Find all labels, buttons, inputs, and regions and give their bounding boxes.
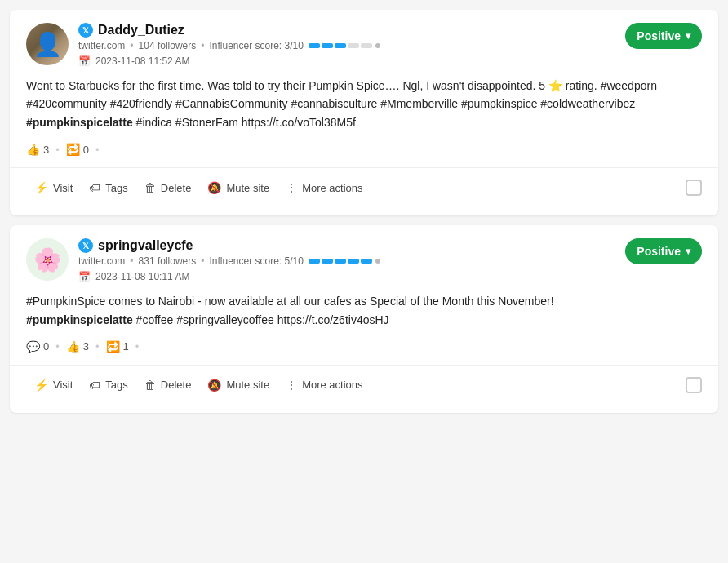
platform-label-1: twitter.com — [78, 40, 125, 51]
profile-info-2: springvalleycfe twitter.com • 831 follow… — [78, 238, 380, 282]
profile-name-row-1: Daddy_Dutiez — [78, 23, 380, 38]
avatar-1 — [26, 23, 69, 65]
more-actions-button-1[interactable]: ⋮ More actions — [277, 176, 371, 199]
comments-count-2: 0 — [43, 340, 49, 352]
more-icon-1: ⋮ — [286, 181, 297, 194]
action-bar-1: ⚡ Visit 🏷 Tags 🗑 Delete 🔕 Mute site ⋮ Mo… — [10, 167, 718, 202]
likes-count-1: 3 — [43, 144, 49, 156]
stat-sep-2: • — [95, 144, 100, 156]
dot-2: • — [201, 40, 204, 51]
visit-icon-2: ⚡ — [34, 379, 48, 392]
mute-icon-1: 🔕 — [207, 181, 221, 194]
more-actions-label-2: More actions — [302, 379, 362, 391]
likes-count-2: 3 — [83, 340, 89, 352]
platform-label-2: twitter.com — [78, 255, 125, 267]
star-icon-1: ⭐ — [548, 79, 562, 92]
profile-meta-2: twitter.com • 831 followers • Influencer… — [78, 255, 380, 267]
tags-button-2[interactable]: 🏷 Tags — [81, 374, 135, 397]
profile-left-2: 🌸 springvalleycfe twitter.com • 831 foll… — [26, 238, 380, 282]
score-seg-2-1 — [309, 259, 320, 264]
bold-hashtag-1: #pumpkinspicelatte — [26, 116, 133, 129]
stat-sep-3: • — [55, 340, 60, 352]
dot-4: • — [201, 255, 204, 267]
followers-2: 831 followers — [139, 255, 197, 267]
stat-sep-5: • — [135, 340, 140, 352]
post-content-1: Went to Starbucks for the first time. Wa… — [26, 77, 702, 131]
score-seg-2-2 — [322, 259, 333, 264]
influencer-score-label-2: Influencer score: 5/10 — [209, 255, 303, 267]
profile-meta-1: twitter.com • 104 followers • Influencer… — [78, 40, 380, 51]
score-seg-5 — [361, 43, 372, 48]
comment-icon-2: 💬 — [26, 340, 40, 353]
score-seg-2-3 — [335, 259, 346, 264]
more-actions-button-2[interactable]: ⋮ More actions — [277, 374, 371, 397]
score-bar-1 — [309, 43, 380, 48]
profile-name-row-2: springvalleycfe — [78, 238, 380, 253]
chevron-down-icon-2: ▾ — [686, 246, 690, 257]
post-stats-1: 👍 3 • 🔁 0 • — [26, 143, 702, 156]
mute-button-1[interactable]: 🔕 Mute site — [199, 176, 277, 199]
delete-label-1: Delete — [161, 182, 192, 194]
sentiment-label-2: Positive — [637, 245, 681, 258]
score-seg-1 — [309, 43, 320, 48]
date-row-2: 📅 2023-11-08 10:11 AM — [78, 271, 380, 282]
select-checkbox-1[interactable] — [686, 180, 702, 196]
dot-1: • — [130, 40, 133, 51]
repost-icon-2: 🔁 — [106, 340, 120, 353]
mute-label-1: Mute site — [226, 182, 269, 194]
dot-3: • — [130, 255, 133, 267]
select-checkbox-2[interactable] — [686, 377, 702, 393]
tags-label-2: Tags — [105, 379, 127, 391]
visit-button-2[interactable]: ⚡ Visit — [26, 374, 81, 397]
score-seg-4 — [348, 43, 359, 48]
twitter-icon-2 — [78, 238, 93, 253]
delete-icon-2: 🗑 — [144, 379, 156, 392]
reposts-count-2: 1 — [123, 340, 129, 352]
like-icon-2: 👍 — [66, 340, 80, 353]
sentiment-label-1: Positive — [637, 29, 681, 42]
mute-button-2[interactable]: 🔕 Mute site — [199, 374, 277, 397]
score-dot-2 — [375, 259, 380, 264]
sentiment-btn-2[interactable]: Positive ▾ — [625, 238, 702, 264]
tags-button-1[interactable]: 🏷 Tags — [81, 176, 135, 199]
delete-icon-1: 🗑 — [144, 181, 156, 194]
score-seg-3 — [335, 43, 346, 48]
score-bar-2 — [309, 259, 380, 264]
followers-1: 104 followers — [139, 40, 197, 51]
more-actions-label-1: More actions — [302, 182, 362, 194]
chevron-down-icon-1: ▾ — [686, 30, 690, 42]
post-header-1: Daddy_Dutiez twitter.com • 104 followers… — [26, 23, 702, 67]
delete-button-2[interactable]: 🗑 Delete — [136, 374, 200, 397]
more-icon-2: ⋮ — [286, 379, 297, 392]
avatar-2: 🌸 — [26, 238, 69, 281]
like-icon-1: 👍 — [26, 143, 40, 156]
post-stats-2: 💬 0 • 👍 3 • 🔁 1 • — [26, 340, 702, 353]
date-2: 2023-11-08 10:11 AM — [95, 271, 189, 282]
delete-label-2: Delete — [161, 379, 192, 391]
visit-icon-1: ⚡ — [34, 181, 48, 194]
visit-label-2: Visit — [53, 379, 73, 391]
profile-left-1: Daddy_Dutiez twitter.com • 104 followers… — [26, 23, 380, 67]
action-bar-2: ⚡ Visit 🏷 Tags 🗑 Delete 🔕 Mute site ⋮ Mo… — [10, 365, 718, 400]
score-seg-2-5 — [361, 259, 372, 264]
calendar-icon-2: 📅 — [78, 271, 91, 282]
twitter-icon-1 — [78, 23, 93, 38]
mute-icon-2: 🔕 — [207, 379, 221, 392]
tags-icon-1: 🏷 — [89, 181, 100, 194]
delete-button-1[interactable]: 🗑 Delete — [136, 176, 200, 199]
influencer-score-label-1: Influencer score: 3/10 — [209, 40, 303, 51]
date-1: 2023-11-08 11:52 AM — [95, 55, 189, 67]
flower-icon: 🌸 — [33, 246, 62, 273]
score-seg-2 — [322, 43, 333, 48]
mute-label-2: Mute site — [226, 379, 269, 391]
tags-icon-2: 🏷 — [89, 379, 100, 392]
profile-info-1: Daddy_Dutiez twitter.com • 104 followers… — [78, 23, 380, 67]
post-card-2: 🌸 springvalleycfe twitter.com • 831 foll… — [10, 225, 718, 413]
sentiment-btn-1[interactable]: Positive ▾ — [625, 23, 702, 49]
username-1: Daddy_Dutiez — [98, 23, 184, 38]
visit-button-1[interactable]: ⚡ Visit — [26, 176, 81, 199]
score-dot-1 — [375, 43, 380, 48]
visit-label-1: Visit — [53, 182, 73, 194]
stat-sep-1: • — [55, 144, 60, 156]
repost-icon-1: 🔁 — [66, 143, 80, 156]
